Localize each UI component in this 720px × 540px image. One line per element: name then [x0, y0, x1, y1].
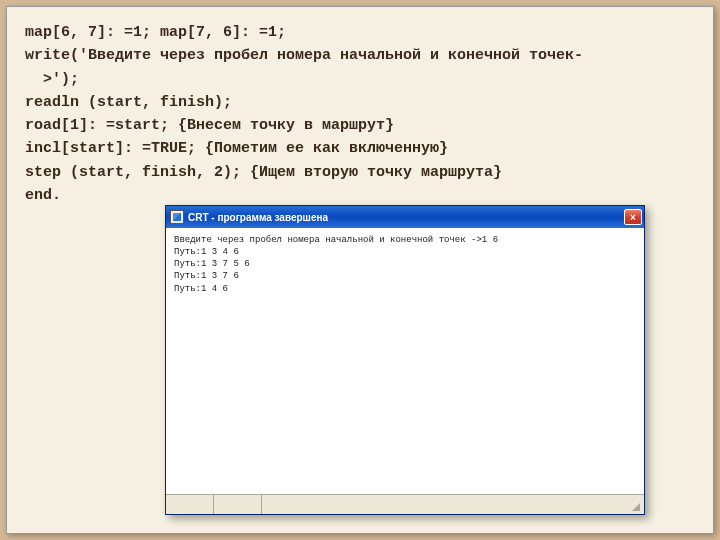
status-bar	[166, 494, 644, 514]
code-line: >');	[25, 71, 79, 88]
console-output: Введите через пробел номера начальной и …	[166, 228, 644, 494]
app-icon	[170, 210, 184, 224]
close-button[interactable]: ×	[624, 209, 642, 225]
code-line: write('Введите через пробел номера начал…	[25, 47, 583, 64]
output-line: Путь:1 4 6	[174, 284, 228, 294]
code-line: end.	[25, 187, 61, 204]
status-panel	[214, 495, 262, 514]
status-panel	[262, 495, 626, 514]
code-block: map[6, 7]: =1; map[7, 6]: =1; write('Вве…	[25, 21, 695, 207]
code-line: map[6, 7]: =1; map[7, 6]: =1;	[25, 24, 286, 41]
code-line: road[1]: =start; {Внесем точку в маршрут…	[25, 117, 394, 134]
output-line: Путь:1 3 7 6	[174, 271, 239, 281]
window-titlebar[interactable]: CRT - программа завершена ×	[166, 206, 644, 228]
output-window: CRT - программа завершена × Введите чере…	[165, 205, 645, 515]
code-line: incl[start]: =TRUE; {Пометим ее как вклю…	[25, 140, 448, 157]
output-line: Путь:1 3 4 6	[174, 247, 239, 257]
output-line: Путь:1 3 7 5 6	[174, 259, 250, 269]
code-line: readln (start, finish);	[25, 94, 232, 111]
slide-container: map[6, 7]: =1; map[7, 6]: =1; write('Вве…	[6, 6, 714, 534]
code-line: step (start, finish, 2); {Ищем вторую то…	[25, 164, 502, 181]
output-line: Введите через пробел номера начальной и …	[174, 235, 498, 245]
status-panel	[166, 495, 214, 514]
window-title: CRT - программа завершена	[188, 212, 624, 223]
resize-grip-icon[interactable]	[626, 497, 642, 513]
